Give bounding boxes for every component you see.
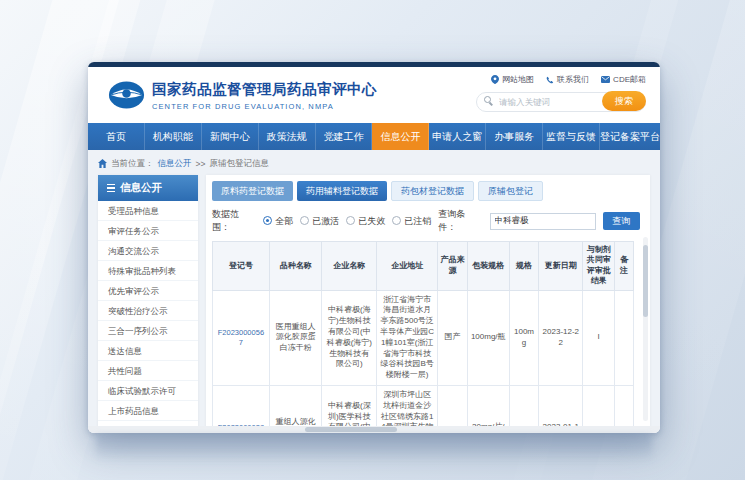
col-spec: 规格: [509, 242, 538, 291]
col-updated: 更新日期: [539, 242, 583, 291]
nav-item-functions[interactable]: 机构职能: [145, 123, 202, 150]
col-joint-review-result: 与制剂共同审评审批结果: [583, 242, 615, 291]
nav-item-services[interactable]: 办事服务: [486, 123, 543, 150]
sidebar-item-marketed-drugs[interactable]: 上市药品信息: [98, 401, 198, 421]
radio-all[interactable]: 全部: [263, 215, 293, 228]
nav-item-home[interactable]: 首页: [88, 123, 145, 150]
sidebar-item-review-tasks[interactable]: 审评任务公示: [98, 221, 198, 241]
registration-table: 登记号 品种名称 企业名称 企业地址 产品来源 包装规格 规格 更新日期 与制剂…: [212, 241, 634, 433]
cell-address: 浙江省海宁市海昌街道水月亭东路500号泛半导体产业园C1幢101室(浙江省海宁市…: [377, 290, 438, 385]
radio-all-icon[interactable]: [263, 216, 272, 225]
sidebar-item-three-in-one[interactable]: 三合一序列公示: [98, 321, 198, 341]
sidebar-item-breakthrough-therapy[interactable]: 突破性治疗公示: [98, 301, 198, 321]
filter-row: 数据范围： 全部 已激活 已失效 已注销 查询条件： 查询: [212, 208, 640, 234]
nav-item-feedback[interactable]: 监督与反馈: [543, 123, 600, 150]
scope-label: 数据范围：: [212, 208, 256, 234]
nav-item-info-disclosure[interactable]: 信息公开: [372, 123, 429, 150]
tabs: 原料药登记数据 药用辅料登记数据 药包材登记数据 原辅包登记: [212, 181, 640, 201]
main-nav: 首页 机构职能 新闻中心 政策法规 党建工作 信息公开 申请人之窗 办事服务 监…: [88, 123, 660, 150]
scrollbar-thumb[interactable]: [305, 427, 397, 432]
breadcrumb: 当前位置： 信息公开 >> 原辅包登记信息: [98, 156, 650, 171]
col-origin: 产品来源: [438, 242, 467, 291]
tab-api-data[interactable]: 原料药登记数据: [212, 181, 293, 201]
radio-cancelled[interactable]: 已注销: [392, 215, 431, 228]
query-input[interactable]: [490, 213, 596, 230]
table-row: F20230000567 医用重组人源化胶原蛋白冻干粉 中科睿极(海宁)生物科技…: [213, 290, 634, 385]
radio-active[interactable]: 已激活: [300, 215, 339, 228]
breadcrumb-prefix: 当前位置：: [111, 158, 154, 170]
browser-window: 国家药品监督管理局药品审评中心 CENTER FOR DRUG EVALUATI…: [88, 62, 660, 433]
sidebar: 信息公开 受理品种信息 审评任务公示 沟通交流公示 特殊审批品种列表 优先审评公…: [98, 175, 198, 429]
window-reflection: [96, 435, 652, 461]
sidebar-item-common-issues[interactable]: 共性问题: [98, 361, 198, 381]
table-header-row: 登记号 品种名称 企业名称 企业地址 产品来源 包装规格 规格 更新日期 与制剂…: [213, 242, 634, 291]
sidebar-item-communication[interactable]: 沟通交流公示: [98, 241, 198, 261]
query-label: 查询条件：: [438, 208, 482, 234]
main-panel: 原料药登记数据 药用辅料登记数据 药包材登记数据 原辅包登记 数据范围： 全部 …: [206, 175, 650, 429]
map-pin-icon: [491, 75, 499, 84]
col-company: 企业名称: [322, 242, 377, 291]
cde-logo: [108, 80, 145, 110]
radio-expired-icon[interactable]: [346, 216, 355, 225]
mailbox-link-label: CDE邮箱: [613, 74, 646, 85]
cell-pack: 100mg/瓶: [467, 290, 509, 385]
nav-item-party[interactable]: 党建工作: [316, 123, 373, 150]
sitemap-link-label: 网站地图: [502, 74, 534, 85]
sidebar-item-priority-review[interactable]: 优先审评公示: [98, 281, 198, 301]
radio-cancelled-icon[interactable]: [392, 216, 401, 225]
breadcrumb-current: 原辅包登记信息: [209, 158, 269, 170]
sidebar-item-accepted-varieties[interactable]: 受理品种信息: [98, 201, 198, 221]
site-title-block: 国家药品监督管理局药品审评中心 CENTER FOR DRUG EVALUATI…: [152, 80, 377, 111]
contact-link-label: 联系我们: [557, 74, 589, 85]
sitemap-link[interactable]: 网站地图: [491, 74, 534, 85]
nav-item-policy[interactable]: 政策法规: [259, 123, 316, 150]
cell-company: 中科睿极(海宁)生物科技有限公司(中科睿极(海宁)生物科技有限公司): [322, 290, 377, 385]
col-reg-no: 登记号: [213, 242, 270, 291]
col-pack: 包装规格: [467, 242, 509, 291]
mail-icon: [601, 76, 610, 83]
breadcrumb-separator: >>: [196, 159, 206, 169]
sidebar-item-delivery-info[interactable]: 送达信息: [98, 341, 198, 361]
radio-expired[interactable]: 已失效: [346, 215, 385, 228]
sidebar-title-label: 信息公开: [120, 181, 162, 195]
col-address: 企业地址: [377, 242, 438, 291]
header-search: 搜索: [476, 91, 646, 111]
horizontal-scrollbar[interactable]: [88, 426, 660, 433]
nav-item-registration-platform[interactable]: 登记备案平台: [600, 123, 660, 150]
tab-raw-aux-pack[interactable]: 原辅包登记: [478, 181, 543, 201]
radio-active-icon[interactable]: [300, 216, 309, 225]
menu-icon: [107, 184, 115, 193]
query-button[interactable]: 查询: [603, 212, 640, 230]
table-vertical-scrollbar[interactable]: [643, 237, 648, 421]
search-icon: [484, 96, 491, 103]
contact-link[interactable]: 联系我们: [546, 74, 589, 85]
sidebar-title: 信息公开: [98, 175, 198, 201]
home-icon: [98, 159, 107, 168]
sidebar-item-clinical-trial-implied-license[interactable]: 临床试验默示许可: [98, 381, 198, 401]
site-header: 国家药品监督管理局药品审评中心 CENTER FOR DRUG EVALUATI…: [88, 67, 660, 123]
cell-origin: 国产: [438, 290, 467, 385]
header-right: 网站地图 联系我们 CDE邮箱 搜索: [476, 74, 646, 111]
cell-updated: 2023-12-22: [539, 290, 583, 385]
scrollbar-thumb[interactable]: [643, 245, 648, 317]
sidebar-item-special-approval[interactable]: 特殊审批品种列表: [98, 261, 198, 281]
cell-name: 医用重组人源化胶原蛋白冻干粉: [269, 290, 322, 385]
mailbox-link[interactable]: CDE邮箱: [601, 74, 646, 85]
tab-packaging-data[interactable]: 药包材登记数据: [391, 181, 474, 201]
content-area: 当前位置： 信息公开 >> 原辅包登记信息 信息公开 受理品种信息 审评任务公示…: [88, 150, 660, 433]
nav-item-news[interactable]: 新闻中心: [202, 123, 259, 150]
col-name: 品种名称: [269, 242, 322, 291]
cell-reg-no[interactable]: F20230000567: [213, 290, 270, 385]
tab-excipient-data[interactable]: 药用辅料登记数据: [297, 181, 387, 201]
quick-links: 网站地图 联系我们 CDE邮箱: [491, 74, 646, 85]
col-remark: 备注: [615, 242, 634, 291]
nav-item-applicant[interactable]: 申请人之窗: [429, 123, 486, 150]
site-subtitle: CENTER FOR DRUG EVALUATION, NMPA: [152, 102, 377, 111]
phone-icon: [546, 76, 554, 84]
cell-spec: 100mg: [509, 290, 538, 385]
site-title: 国家药品监督管理局药品审评中心: [152, 80, 377, 99]
cell-result: I: [583, 290, 615, 385]
cell-remark: [615, 290, 634, 385]
search-button[interactable]: 搜索: [602, 91, 646, 111]
breadcrumb-section-link[interactable]: 信息公开: [158, 158, 192, 170]
